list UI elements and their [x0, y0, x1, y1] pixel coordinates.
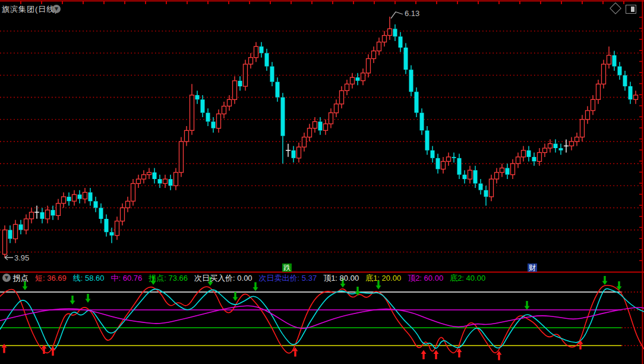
- param-item: 次日卖出价: 5.37: [259, 273, 317, 284]
- param-item: 中: 60.76: [111, 273, 143, 284]
- param-item: 拐点: 73.66: [149, 273, 188, 284]
- param-item: 次日买入价: 0.00: [194, 273, 252, 284]
- indicator-param-row: 拐点 短: 36.69线: 58.60中: 60.76拐点: 73.66次日买入…: [13, 273, 485, 284]
- param-item: 顶1: 80.00: [323, 273, 359, 284]
- param-item: 短: 36.69: [35, 273, 67, 284]
- chevron-down-icon[interactable]: ▼: [2, 274, 11, 282]
- split-window-icon[interactable]: [626, 5, 636, 14]
- indicator-name: 拐点: [13, 273, 29, 284]
- sell-signal-arrow: [70, 296, 75, 305]
- sell-signal-arrow: [602, 276, 608, 285]
- param-item: 顶2: 60.00: [408, 273, 443, 284]
- buy-signal-arrow: [50, 347, 56, 356]
- sell-signal-arrow: [525, 301, 530, 310]
- param-item: 底1: 20.00: [365, 273, 401, 284]
- main-chart-canvas[interactable]: [0, 0, 644, 364]
- stock-title: 旗滨集团(日线): [2, 4, 58, 15]
- app-window: 旗滨集团(日线) ▼ 6.13 3.95 跌财 ▼ 拐点 短: 36.69线: …: [0, 0, 644, 364]
- high-price-annotation: 6.13: [405, 9, 419, 18]
- sell-signal-arrow: [86, 294, 91, 303]
- param-item: 底2: 40.00: [450, 273, 485, 284]
- indicator-param-values: 短: 36.69线: 58.60中: 60.76拐点: 73.66次日买入价: …: [35, 273, 485, 284]
- buy-signal-arrow: [421, 350, 427, 360]
- param-item: 线: 58.60: [73, 273, 105, 284]
- chevron-down-icon[interactable]: ▼: [52, 5, 61, 13]
- sell-signal-arrow: [233, 292, 238, 301]
- event-badge[interactable]: 跌: [282, 263, 292, 272]
- event-badge[interactable]: 财: [528, 263, 537, 272]
- buy-signal-arrow: [434, 350, 439, 360]
- low-price-annotation: 3.95: [14, 253, 29, 262]
